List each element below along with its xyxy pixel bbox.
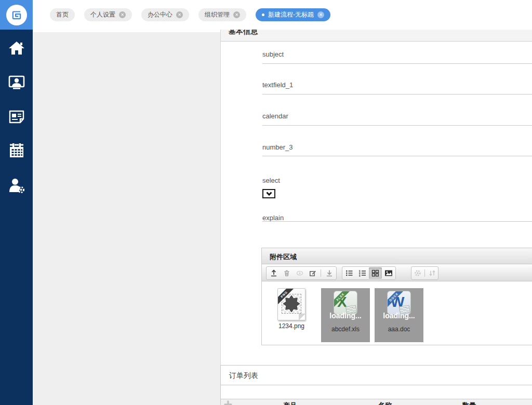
explain-input[interactable] <box>262 221 532 222</box>
field-label-textfield-1: textfield_1 <box>262 81 293 89</box>
chevron-down-icon <box>266 192 272 196</box>
upload-icon <box>270 269 278 277</box>
home-icon <box>8 39 25 57</box>
sidebar-item-schedule[interactable] <box>8 142 25 160</box>
textfield-1-input[interactable] <box>262 94 532 95</box>
file-name: aaa.doc <box>375 326 423 333</box>
list-icon <box>345 269 354 277</box>
tab-close-icon[interactable]: ✕ <box>233 11 240 18</box>
field-label-number-3: number_3 <box>262 143 293 151</box>
sidebar-nav <box>0 30 33 405</box>
toolbar-separator <box>321 269 321 277</box>
file-name: 1234.png <box>267 322 316 330</box>
app-window: 基本信息 subject textfield_1 calendar number… <box>0 0 532 405</box>
sort-button[interactable] <box>427 267 437 279</box>
settings-group <box>411 266 438 280</box>
field-label-calendar: calendar <box>262 112 288 120</box>
image-icon <box>384 269 393 277</box>
sidebar-item-personal[interactable] <box>8 74 25 91</box>
content-background <box>33 32 220 405</box>
tab-office-center[interactable]: 办公中心 ✕ <box>141 8 189 21</box>
tab-close-icon[interactable]: ✕ <box>119 11 126 18</box>
file-actions-group <box>266 266 337 280</box>
order-list-title: 订单列表 <box>229 366 532 385</box>
tab-new-workflow-active[interactable]: 新建流程-无标题 ✕ <box>256 8 330 21</box>
order-list-toolbar <box>221 385 532 399</box>
attachment-item-png[interactable]: PNG 1234.png <box>267 288 316 330</box>
gear-icon <box>414 269 422 277</box>
file-name: abcdef.xls <box>321 326 370 333</box>
user-monitor-icon <box>8 74 25 91</box>
view-mode-group <box>342 266 396 280</box>
attachment-item-doc[interactable]: W DOCX loading... aaa.doc <box>375 288 423 342</box>
field-label-explain: explain <box>262 214 284 222</box>
news-icon <box>8 108 25 126</box>
image-view-button[interactable] <box>382 267 395 279</box>
sidebar-item-user-admin[interactable] <box>8 177 25 194</box>
tab-strip: 首页 个人设置 ✕ 办公中心 ✕ 组织管理 ✕ 新建流程-无标题 ✕ <box>50 0 340 30</box>
attachment-toolbar <box>262 264 532 281</box>
grid-icon <box>371 269 380 277</box>
add-row-button[interactable] <box>224 400 232 405</box>
edit-icon <box>309 269 317 277</box>
tab-personal-settings[interactable]: 个人设置 ✕ <box>84 8 132 21</box>
unsaved-dot <box>262 14 264 16</box>
edit-button[interactable] <box>306 267 319 279</box>
tab-label: 办公中心 <box>148 10 172 19</box>
spiral-logo-icon <box>10 8 23 22</box>
grid-view-button[interactable] <box>369 267 382 279</box>
order-table-header: 产品 名称 数量 <box>221 399 532 405</box>
eye-icon <box>296 269 304 277</box>
column-header-name: 名称 <box>378 401 392 405</box>
calendar-icon <box>8 142 25 160</box>
logo-circle <box>6 5 27 25</box>
detail-list-view-button[interactable] <box>356 267 369 279</box>
loading-status: loading... <box>375 312 423 320</box>
attachment-item-xls[interactable]: X XLSX loading... abcdef.xls <box>321 288 370 342</box>
user-settings-icon <box>8 177 25 194</box>
attachment-panel-header: 附件区域 <box>262 248 532 264</box>
png-file-icon: PNG <box>277 288 305 320</box>
tab-label: 个人设置 <box>90 10 115 19</box>
app-logo[interactable] <box>0 0 33 30</box>
tab-close-icon[interactable]: ✕ <box>317 11 324 18</box>
download-icon <box>325 269 334 277</box>
tab-label: 组织管理 <box>205 10 230 19</box>
sidebar-item-home[interactable] <box>8 39 25 57</box>
preview-button[interactable] <box>293 267 306 279</box>
field-label-select: select <box>262 177 280 184</box>
top-tab-bar: 首页 个人设置 ✕ 办公中心 ✕ 组织管理 ✕ 新建流程-无标题 ✕ <box>0 0 532 30</box>
tab-org-management[interactable]: 组织管理 ✕ <box>198 8 246 21</box>
toolbar-separator <box>424 269 425 277</box>
star-shape-icon <box>283 295 300 312</box>
settings-button[interactable] <box>412 267 423 279</box>
loading-status: loading... <box>321 312 370 320</box>
ordered-list-icon <box>358 269 367 277</box>
order-list-panel: 订单列表 产品 名称 数量 <box>220 365 532 405</box>
sidebar-item-office[interactable] <box>8 108 25 126</box>
tab-home[interactable]: 首页 <box>50 8 75 21</box>
sort-icon <box>428 269 436 277</box>
column-header-product: 产品 <box>283 401 297 405</box>
tab-label: 新建流程-无标题 <box>268 10 314 19</box>
upload-button[interactable] <box>267 267 280 279</box>
workflow-form-panel: 基本信息 subject textfield_1 calendar number… <box>220 30 532 405</box>
trash-icon <box>283 269 291 277</box>
download-button[interactable] <box>323 267 336 279</box>
tab-label: 首页 <box>56 10 69 19</box>
order-list-header: 订单列表 <box>221 366 532 385</box>
select-dropdown[interactable] <box>262 189 275 198</box>
page-fold <box>299 314 305 320</box>
delete-button[interactable] <box>280 267 293 279</box>
section-header-basic-info: 基本信息 <box>221 30 532 42</box>
list-view-button[interactable] <box>343 267 356 279</box>
section-title: 基本信息 <box>229 30 532 36</box>
subject-input[interactable] <box>262 63 532 64</box>
number-3-input[interactable] <box>262 156 532 156</box>
tab-close-icon[interactable]: ✕ <box>176 11 183 18</box>
attachment-panel: 附件区域 <box>261 248 532 345</box>
attachment-panel-title: 附件区域 <box>270 252 532 262</box>
calendar-input[interactable] <box>262 125 532 126</box>
column-header-quantity: 数量 <box>462 401 476 405</box>
field-label-subject: subject <box>262 50 284 58</box>
